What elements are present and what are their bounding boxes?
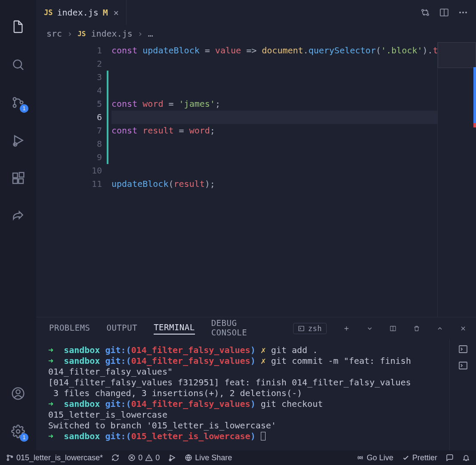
minimap-viewport[interactable]: [438, 42, 476, 68]
terminal-shell-selector[interactable]: zsh: [293, 323, 327, 334]
status-feedback-icon[interactable]: [446, 454, 454, 462]
svg-point-15: [459, 12, 461, 13]
settings-badge: 1: [20, 433, 28, 442]
compare-changes-icon[interactable]: [420, 7, 430, 18]
overview-error: [473, 123, 476, 127]
svg-point-11: [16, 430, 20, 433]
warning-count: 0: [155, 453, 160, 462]
status-branch[interactable]: 015_letter_is_lowercase*: [6, 453, 103, 462]
search-icon[interactable]: [0, 46, 36, 84]
error-count: 0: [138, 453, 142, 462]
run-debug-icon[interactable]: [0, 121, 36, 159]
editor-actions: [420, 0, 476, 25]
minimap[interactable]: [437, 42, 476, 317]
chevron-down-icon[interactable]: [366, 324, 373, 333]
svg-point-17: [465, 12, 467, 13]
svg-rect-18: [299, 326, 304, 331]
chevron-right-icon: ›: [138, 28, 143, 39]
settings-gear-icon[interactable]: 1: [0, 412, 36, 450]
account-icon[interactable]: [0, 375, 36, 412]
breadcrumb-filename: index.js: [91, 28, 132, 39]
breadcrumb-trailing: …: [148, 28, 153, 39]
modified-indicator: M: [103, 7, 108, 18]
status-bell-icon[interactable]: [462, 454, 470, 462]
svg-rect-8: [19, 173, 24, 177]
trash-icon[interactable]: [413, 324, 420, 333]
tab-index-js[interactable]: JS index.js M ✕: [36, 0, 127, 25]
editor-group: JS index.js M ✕ src › JS index.js › … 12…: [36, 0, 476, 450]
status-live-share[interactable]: Live Share: [185, 453, 232, 462]
js-file-icon: JS: [44, 8, 53, 17]
close-panel-icon[interactable]: [460, 324, 467, 333]
line-gutter: 1234567891011: [36, 42, 111, 317]
svg-point-23: [7, 459, 9, 461]
tab-filename: index.js: [57, 7, 98, 18]
status-go-live[interactable]: Go Live: [356, 453, 393, 462]
svg-point-12: [422, 9, 423, 11]
svg-rect-21: [459, 362, 467, 369]
terminal-side: [449, 340, 476, 450]
terminal-output[interactable]: ➜ sandbox git:(014_filter_falsy_values) …: [36, 340, 449, 450]
panel: PROBLEMS OUTPUT TERMINAL DEBUG CONSOLE z…: [36, 317, 476, 450]
status-prettier[interactable]: Prettier: [402, 453, 437, 462]
svg-point-13: [427, 14, 429, 16]
chevron-up-icon[interactable]: [436, 324, 443, 333]
status-sync-icon[interactable]: [111, 454, 119, 462]
svg-rect-5: [13, 173, 18, 178]
svg-point-1: [13, 98, 16, 101]
scm-badge: 1: [20, 104, 28, 113]
panel-tabs: PROBLEMS OUTPUT TERMINAL DEBUG CONSOLE z…: [36, 317, 476, 340]
split-editor-icon[interactable]: [439, 7, 449, 18]
tab-problems[interactable]: PROBLEMS: [49, 323, 90, 334]
more-icon[interactable]: [458, 7, 468, 18]
tab-debug-console[interactable]: DEBUG CONSOLE: [211, 318, 260, 339]
svg-point-10: [16, 390, 20, 394]
tab-output[interactable]: OUTPUT: [107, 323, 138, 334]
split-terminal-icon[interactable]: [389, 324, 396, 333]
status-bar: 015_letter_is_lowercase* 0 0 Live Share …: [0, 450, 476, 465]
branch-name: 015_letter_is_lowercase*: [16, 453, 103, 462]
breadcrumb[interactable]: src › JS index.js › …: [36, 25, 476, 42]
svg-point-3: [20, 101, 23, 104]
svg-rect-20: [459, 346, 467, 353]
editor[interactable]: 1234567891011 const updateBlock = value …: [36, 42, 476, 317]
terminal-instance-icon[interactable]: [458, 360, 468, 371]
extensions-icon[interactable]: [0, 159, 36, 197]
prettier-label: Prettier: [412, 453, 437, 462]
svg-point-16: [462, 12, 464, 13]
chevron-right-icon: ›: [67, 28, 72, 39]
live-share-label: Live Share: [195, 453, 232, 462]
go-live-label: Go Live: [367, 453, 393, 462]
svg-rect-7: [19, 179, 23, 183]
svg-point-0: [13, 60, 22, 68]
svg-point-28: [359, 457, 362, 459]
terminal-instance-icon[interactable]: [458, 344, 468, 354]
svg-point-22: [7, 455, 9, 457]
svg-rect-6: [13, 179, 18, 183]
new-terminal-icon[interactable]: [343, 324, 350, 333]
status-debug-icon[interactable]: [168, 454, 176, 462]
explorer-icon[interactable]: [0, 8, 36, 46]
code-area[interactable]: const updateBlock = value => document.qu…: [111, 42, 437, 317]
source-control-icon[interactable]: 1: [0, 84, 36, 121]
tab-terminal[interactable]: TERMINAL: [154, 322, 195, 335]
breadcrumb-folder: src: [46, 28, 62, 39]
status-problems[interactable]: 0 0: [128, 453, 160, 462]
svg-point-2: [13, 105, 16, 108]
js-file-icon: JS: [77, 30, 86, 38]
overview-modified: [473, 67, 476, 123]
shell-name: zsh: [308, 324, 322, 333]
share-icon[interactable]: [0, 197, 36, 235]
activity-bar: 1 1: [0, 0, 36, 450]
close-icon[interactable]: ✕: [112, 7, 120, 18]
tabs-row: JS index.js M ✕: [36, 0, 476, 25]
